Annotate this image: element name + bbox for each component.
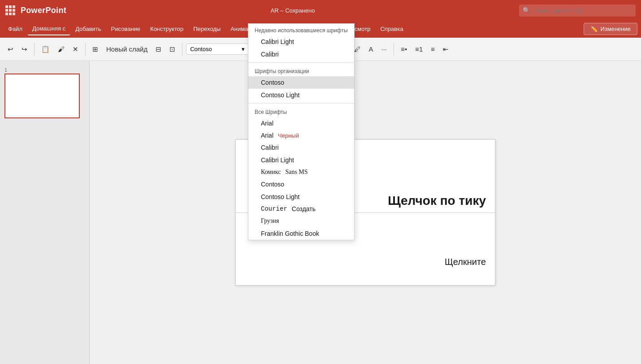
separator-2 [85, 43, 86, 56]
font-item-contoso-light-all[interactable]: Contoso Light [248, 191, 354, 203]
slide-size-button[interactable]: ⊡ [166, 43, 178, 56]
menu-insert[interactable]: Добавить [71, 23, 105, 35]
all-fonts-header: Все Шрифты [248, 105, 354, 117]
font-item-georgia[interactable]: Грузия [248, 215, 354, 227]
recent-fonts-header: Недавно использовавшиеся шрифты [248, 24, 354, 35]
font-item-arial[interactable]: Arial [248, 117, 354, 130]
new-slide-icon-btn[interactable]: ⊞ [89, 43, 101, 56]
app-grid-icon[interactable] [5, 5, 15, 15]
font-item-courier-variant: Создать [292, 205, 316, 212]
font-name-selector[interactable]: Contoso ▾ [186, 43, 249, 55]
font-item-arial-black-variant: Черный [278, 132, 299, 139]
format-painter[interactable]: 🖌 [55, 43, 68, 55]
new-slide-label: Новый слайд [106, 45, 147, 53]
font-item-courier[interactable]: Courier Создать [248, 203, 354, 215]
font-item-calibri-light-recent[interactable]: Calibri Light [248, 35, 354, 48]
doc-title: AR – Сохранено [72, 7, 514, 14]
separator-3 [182, 43, 182, 56]
menu-draw[interactable]: Рисование [107, 23, 145, 35]
org-fonts-header: Шрифты организации [248, 65, 354, 76]
canvas-area: Щелчок по тику Щелкните [90, 61, 641, 364]
redo-button[interactable]: ↪ [18, 43, 30, 56]
change-button[interactable]: ✏️ Изменение [584, 23, 637, 35]
more-text-button[interactable]: ··· [378, 43, 390, 55]
font-item-contoso-org[interactable]: Contoso [248, 76, 354, 89]
font-item-comic[interactable]: Комикс Sans MS [248, 166, 354, 178]
clear-button[interactable]: ✕ [69, 43, 82, 56]
slide-text-top: Щелчок по тику [388, 194, 486, 208]
font-color-button[interactable]: A [366, 43, 377, 55]
slide-1-number: 1 [4, 67, 7, 73]
paste-button[interactable]: 📋 [38, 43, 53, 56]
search-input[interactable] [519, 4, 636, 17]
pencil-icon: ✏️ [590, 26, 598, 32]
font-item-courier-name: Courier [261, 205, 287, 212]
menu-home[interactable]: Домашняя с [28, 22, 70, 35]
font-item-calibri-light-all[interactable]: Calibri Light [248, 154, 354, 166]
font-item-comic-variant: Sans MS [285, 169, 308, 176]
font-item-franklin[interactable]: Franklin Gothic Book [248, 227, 354, 240]
title-bar: PowerPoint AR – Сохранено 🔍 [0, 0, 641, 21]
divider-2 [248, 103, 354, 104]
slide-layout-button[interactable]: ⊟ [152, 43, 165, 56]
font-item-comic-name: Комикс [261, 169, 281, 176]
title-bar-content: PowerPoint AR – Сохранено 🔍 [5, 4, 636, 17]
font-name-value: Contoso [190, 46, 212, 52]
slides-panel: 1 [0, 61, 90, 364]
font-item-arial-black-name: Arial [261, 132, 273, 139]
font-item-arial-black[interactable]: Arial Черный [248, 130, 354, 141]
bullets-button[interactable]: ≡• [398, 43, 410, 55]
divider-1 [248, 62, 354, 63]
slide-thumbnail-1[interactable] [4, 74, 80, 118]
app-name: PowerPoint [21, 6, 66, 15]
menu-help[interactable]: Справка [376, 23, 407, 35]
search-wrapper: 🔍 [519, 4, 636, 17]
font-item-contoso-all[interactable]: Contoso [248, 178, 354, 191]
menu-design[interactable]: Конструктор [146, 23, 188, 35]
align-button[interactable]: ≡ [428, 43, 438, 55]
slide-text-bottom: Щелкните [445, 257, 486, 267]
font-dropdown: Недавно использовавшиеся шрифты Calibri … [248, 23, 355, 240]
font-dropdown-arrow: ▾ [242, 46, 245, 52]
indent-decrease-button[interactable]: ⇤ [440, 43, 452, 56]
undo-button[interactable]: ↩ [4, 43, 17, 56]
menu-transitions[interactable]: Переходы [189, 23, 225, 35]
menu-file[interactable]: Файл [4, 23, 27, 35]
font-item-contoso-light-org[interactable]: Contoso Light [248, 89, 354, 101]
font-item-calibri-all[interactable]: Calibri [248, 141, 354, 154]
new-slide-button[interactable]: Новый слайд [103, 43, 151, 55]
separator-5 [394, 43, 394, 56]
numbering-button[interactable]: ≡1 [412, 43, 426, 55]
font-item-calibri-recent[interactable]: Calibri [248, 48, 354, 61]
slide-number-label: 1 [4, 65, 85, 74]
separator-1 [34, 43, 35, 56]
